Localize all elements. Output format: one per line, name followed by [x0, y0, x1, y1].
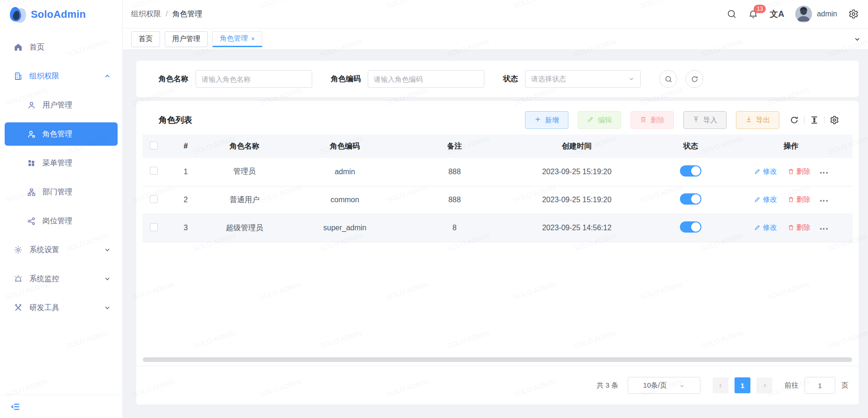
sidebar-item-system-monitor[interactable]: 系统监控 [5, 267, 118, 290]
page-number-button[interactable]: 1 [735, 377, 750, 393]
breadcrumb-current: 角色管理 [172, 9, 202, 19]
filter-panel: 角色名称 角色编码 状态 请选择状态 [136, 61, 859, 97]
tab-options-chevron-icon[interactable] [847, 35, 868, 43]
tab-home[interactable]: 首页 [131, 31, 160, 47]
status-toggle[interactable] [680, 193, 701, 205]
table-row: 3 超级管理员 super_admin 8 2023-09-25 14:56:1… [142, 214, 853, 242]
role-list-panel: 角色列表 新增 编辑 删除 [136, 101, 859, 404]
row-checkbox[interactable] [150, 223, 158, 231]
breadcrumb-parent[interactable]: 组织权限 [131, 9, 161, 19]
role-table: # 角色名称 角色编码 备注 创建时间 状态 操作 1 [142, 135, 853, 242]
sidebar-item-menu-management[interactable]: 菜单管理 [5, 151, 118, 175]
row-more-actions-icon[interactable] [820, 172, 828, 174]
bell-icon[interactable]: 13 [748, 9, 758, 19]
row-edit-link[interactable]: 修改 [754, 223, 777, 232]
status-toggle[interactable] [680, 165, 701, 177]
sidebar-item-org-permission[interactable]: 组织权限 [5, 64, 118, 88]
col-status: 状态 [652, 135, 729, 158]
col-name: 角色名称 [207, 135, 282, 158]
list-toolbar: 角色列表 新增 编辑 删除 [136, 101, 859, 129]
role-code-input[interactable] [368, 70, 484, 88]
row-checkbox[interactable] [150, 167, 158, 175]
status-select[interactable]: 请选择状态 [525, 70, 641, 88]
row-more-actions-icon[interactable] [820, 200, 828, 202]
tab-user-management[interactable]: 用户管理 [165, 31, 208, 47]
density-icon[interactable] [810, 115, 819, 125]
download-icon [745, 116, 752, 124]
sidebar-item-user-management[interactable]: 用户管理 [5, 93, 118, 117]
row-more-actions-icon[interactable] [820, 228, 828, 230]
horizontal-scrollbar[interactable] [143, 357, 852, 362]
sidebar-item-dept-management[interactable]: 部门管理 [5, 180, 118, 204]
tab-role-management[interactable]: 角色管理 × [212, 31, 262, 47]
row-delete-link[interactable]: 删除 [788, 167, 811, 176]
delete-button[interactable]: 删除 [630, 111, 674, 129]
page-size-select[interactable]: 10条/页 [628, 377, 700, 394]
edit-button[interactable]: 编辑 [578, 111, 621, 129]
search-button[interactable] [659, 70, 677, 88]
sidebar-item-post-management[interactable]: 岗位管理 [5, 209, 118, 233]
col-code: 角色编码 [282, 135, 407, 158]
row-edit-link[interactable]: 修改 [754, 195, 777, 204]
gear-icon [13, 245, 23, 255]
export-button[interactable]: 导出 [736, 111, 779, 129]
avatar [795, 6, 812, 22]
row-delete-link[interactable]: 删除 [788, 223, 811, 232]
tools-icon [13, 303, 23, 313]
next-page-button[interactable] [756, 377, 772, 393]
table-tool-icons [790, 115, 839, 125]
tab-bar: 首页 用户管理 角色管理 × [123, 28, 868, 50]
add-button[interactable]: 新增 [525, 111, 568, 129]
status-toggle[interactable] [680, 221, 701, 233]
search-icon[interactable] [727, 9, 737, 19]
row-delete-link[interactable]: 删除 [788, 195, 811, 204]
settings-gear-icon[interactable] [848, 9, 859, 19]
chevron-down-icon [104, 304, 111, 312]
org-chart-icon [26, 187, 36, 197]
username: admin [817, 10, 837, 18]
reset-refresh-button[interactable] [686, 70, 703, 88]
sidebar-menu: 首页 组织权限 用户管理 角色管理 菜单管理 部门管理 [0, 29, 122, 395]
share-icon [26, 216, 36, 226]
app-title: SoloAdmin [31, 8, 86, 21]
list-title: 角色列表 [159, 114, 192, 126]
col-created: 创建时间 [502, 135, 652, 158]
sidebar-item-role-management[interactable]: 角色管理 [5, 122, 118, 146]
chevron-down-icon [628, 76, 635, 82]
col-actions: 操作 [729, 135, 853, 158]
row-edit-link[interactable]: 修改 [754, 167, 777, 176]
sidebar-item-home[interactable]: 首页 [5, 35, 118, 59]
close-tab-icon[interactable]: × [251, 35, 255, 43]
sidebar-item-dev-tools[interactable]: 研发工具 [5, 296, 118, 319]
sidebar-item-system-settings[interactable]: 系统设置 [5, 238, 118, 262]
column-settings-gear-icon[interactable] [830, 115, 839, 125]
building-icon [13, 71, 23, 81]
total-count: 共 3 条 [596, 381, 618, 390]
chevron-up-icon [104, 72, 111, 80]
select-all-checkbox[interactable] [150, 142, 158, 149]
filter-status: 状态 请选择状态 [503, 70, 641, 88]
refresh-table-icon[interactable] [790, 115, 799, 125]
role-name-input[interactable] [196, 70, 312, 88]
role-name-label: 角色名称 [159, 74, 189, 84]
user-gear-icon [26, 129, 36, 139]
alarm-icon [13, 274, 23, 284]
user-icon [26, 100, 36, 110]
filter-role-code: 角色编码 [331, 70, 484, 88]
col-index: # [165, 135, 207, 158]
pagination: 共 3 条 10条/页 1 前往 页 [136, 366, 859, 404]
import-button[interactable]: 导入 [683, 111, 727, 129]
chevron-down-icon [104, 246, 111, 254]
main-area: 组织权限 / 角色管理 13 文A admin [123, 0, 868, 418]
breadcrumb: 组织权限 / 角色管理 [131, 9, 202, 19]
user-menu[interactable]: admin [795, 6, 837, 22]
goto-page-input[interactable] [805, 377, 835, 394]
toolbar-buttons: 新增 编辑 删除 导入 [516, 111, 839, 129]
collapse-sidebar-icon[interactable] [10, 402, 21, 412]
translate-icon[interactable]: 文A [770, 8, 784, 20]
grid-icon [26, 158, 36, 168]
role-code-label: 角色编码 [331, 74, 361, 84]
prev-page-button[interactable] [713, 377, 728, 393]
logo[interactable]: SoloAdmin [0, 0, 122, 29]
row-checkbox[interactable] [150, 195, 158, 203]
